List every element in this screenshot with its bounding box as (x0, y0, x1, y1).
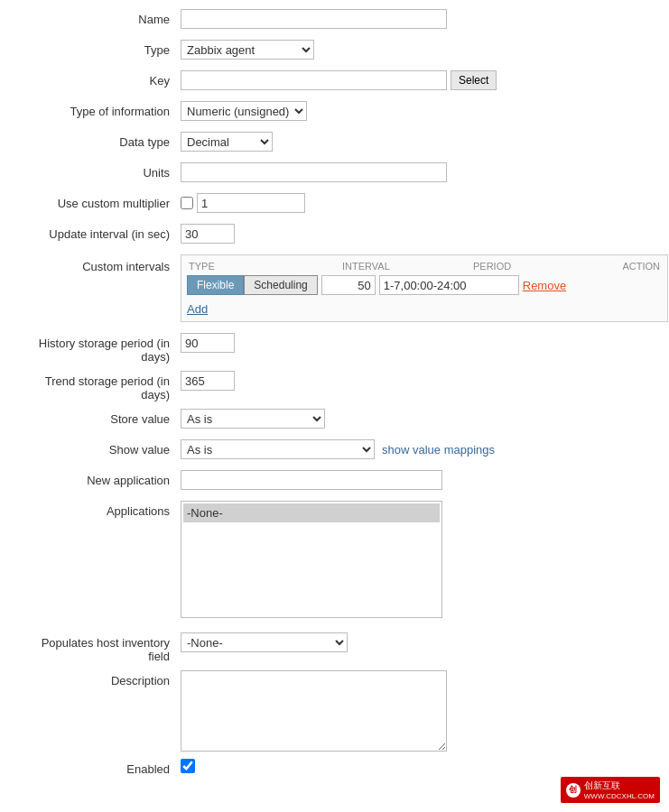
header-type: TYPE (189, 261, 342, 272)
name-row: Name (18, 9, 651, 32)
trend-label: Trend storage period (in days) (18, 371, 181, 401)
populates-host-row: Populates host inventory field -None- (18, 632, 651, 663)
header-interval: INTERVAL (342, 261, 473, 272)
data-type-select[interactable]: Decimal Octal Hexadecimal Boolean (181, 132, 273, 152)
trend-row: Trend storage period (in days) (18, 371, 651, 401)
intervals-header: TYPE INTERVAL PERIOD ACTION (187, 261, 662, 272)
type-label: Type (18, 40, 181, 57)
populates-host-select[interactable]: -None- (181, 632, 348, 652)
interval-value-input[interactable] (321, 275, 376, 295)
enabled-row: Enabled (18, 759, 651, 782)
populates-host-field: -None- (181, 632, 651, 652)
type-of-info-row: Type of information Numeric (float) Char… (18, 101, 651, 125)
watermark-text: 创新互联 WWW.CDCXHL.COM (584, 780, 655, 800)
watermark: 创 创新互联 WWW.CDCXHL.COM (561, 777, 660, 803)
description-field (181, 670, 651, 752)
update-interval-input[interactable] (181, 224, 235, 244)
scheduling-button[interactable]: Scheduling (244, 275, 317, 295)
header-action: ACTION (622, 261, 660, 272)
type-of-info-label: Type of information (18, 101, 181, 118)
store-value-select[interactable]: As is Delta (speed per second) Delta (si… (181, 409, 325, 429)
custom-intervals-container: TYPE INTERVAL PERIOD ACTION Flexible Sch… (181, 254, 668, 322)
trend-input[interactable] (181, 371, 235, 391)
applications-row: Applications -None- (18, 501, 651, 618)
custom-intervals-row: Custom intervals TYPE INTERVAL PERIOD AC… (18, 254, 651, 322)
description-textarea[interactable] (181, 670, 447, 752)
populates-host-label: Populates host inventory field (18, 632, 181, 663)
main-form: Name Type Zabbix agent Zabbix agent (act… (0, 0, 669, 812)
key-input[interactable] (181, 70, 447, 90)
applications-label: Applications (18, 501, 181, 518)
data-type-row: Data type Decimal Octal Hexadecimal Bool… (18, 132, 651, 155)
history-row: History storage period (in days) (18, 333, 651, 364)
history-label: History storage period (in days) (18, 333, 181, 364)
show-value-select[interactable]: As is (181, 439, 375, 459)
multiplier-label: Use custom multiplier (18, 193, 181, 210)
name-label: Name (18, 9, 181, 26)
history-input[interactable] (181, 333, 235, 353)
store-value-field: As is Delta (speed per second) Delta (si… (181, 409, 651, 429)
show-value-label: Show value (18, 439, 181, 457)
name-input[interactable] (181, 9, 447, 29)
name-field (181, 9, 651, 29)
key-row: Key Select (18, 70, 651, 94)
description-label: Description (18, 670, 181, 687)
header-period: PERIOD (473, 261, 622, 272)
intervals-row: Flexible Scheduling Remove (187, 275, 662, 295)
multiplier-field (181, 193, 651, 213)
store-value-label: Store value (18, 409, 181, 426)
type-of-info-field: Numeric (float) Character Log Numeric (u… (181, 101, 651, 121)
type-of-info-select[interactable]: Numeric (float) Character Log Numeric (u… (181, 101, 307, 121)
new-application-row: New application (18, 470, 651, 494)
type-buttons: Flexible Scheduling (187, 275, 318, 295)
key-label: Key (18, 70, 181, 88)
new-application-input[interactable] (181, 470, 442, 490)
description-row: Description (18, 670, 651, 752)
type-field: Zabbix agent Zabbix agent (active) Simpl… (181, 40, 651, 60)
trend-field (181, 371, 651, 391)
enabled-field (181, 759, 651, 773)
units-row: Units (18, 162, 651, 186)
multiplier-checkbox[interactable] (181, 197, 193, 209)
type-row: Type Zabbix agent Zabbix agent (active) … (18, 40, 651, 63)
show-value-mappings-link[interactable]: show value mappings (382, 443, 495, 457)
add-interval-button[interactable]: Add (187, 302, 208, 316)
watermark-icon: 创 (566, 783, 581, 798)
add-interval-row: Add (187, 299, 662, 316)
data-type-label: Data type (18, 132, 181, 149)
show-value-field: As is show value mappings (181, 439, 651, 459)
units-input[interactable] (181, 162, 447, 182)
period-value-input[interactable] (379, 275, 519, 295)
key-select-button[interactable]: Select (451, 70, 497, 90)
flexible-button[interactable]: Flexible (187, 275, 244, 295)
new-application-field (181, 470, 651, 490)
enabled-label: Enabled (18, 759, 181, 776)
multiplier-value-input (197, 193, 305, 213)
units-label: Units (18, 162, 181, 180)
new-application-label: New application (18, 470, 181, 487)
units-field (181, 162, 651, 182)
type-select[interactable]: Zabbix agent Zabbix agent (active) Simpl… (181, 40, 314, 60)
custom-intervals-label: Custom intervals (18, 254, 181, 273)
history-field (181, 333, 651, 353)
remove-button[interactable]: Remove (523, 279, 566, 292)
store-value-row: Store value As is Delta (speed per secon… (18, 409, 651, 432)
applications-field: -None- (181, 501, 651, 618)
key-field: Select (181, 70, 651, 90)
update-interval-label: Update interval (in sec) (18, 224, 181, 241)
data-type-field: Decimal Octal Hexadecimal Boolean (181, 132, 651, 152)
update-interval-field (181, 224, 651, 244)
list-item: -None- (183, 503, 440, 522)
multiplier-row: Use custom multiplier (18, 193, 651, 217)
applications-list[interactable]: -None- (181, 501, 442, 618)
show-value-row: Show value As is show value mappings (18, 439, 651, 463)
update-interval-row: Update interval (in sec) (18, 224, 651, 247)
custom-intervals-field: TYPE INTERVAL PERIOD ACTION Flexible Sch… (181, 254, 668, 322)
enabled-checkbox[interactable] (181, 759, 195, 773)
